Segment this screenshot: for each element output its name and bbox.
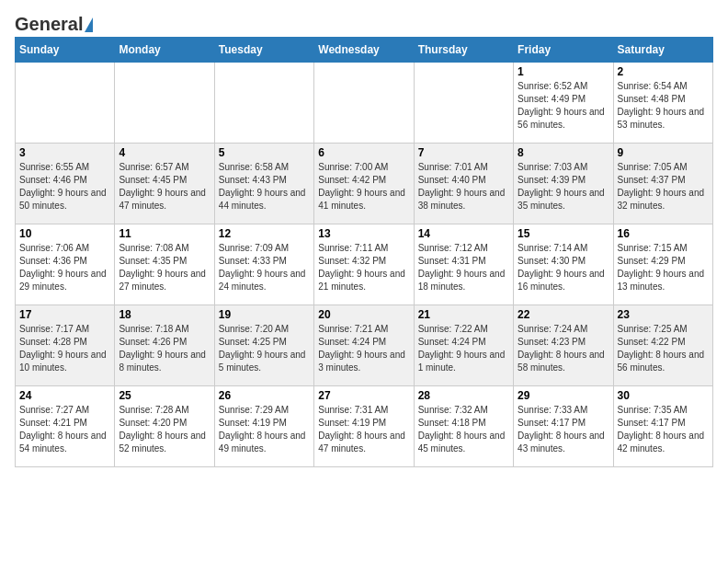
logo-triangle-icon <box>85 17 93 32</box>
calendar-cell <box>16 63 115 144</box>
day-info: Sunrise: 6:52 AM Sunset: 4:49 PM Dayligh… <box>518 80 609 132</box>
day-header: Monday <box>115 38 214 63</box>
day-number: 23 <box>618 308 709 321</box>
day-number: 21 <box>418 308 509 321</box>
calendar-table: SundayMondayTuesdayWednesdayThursdayFrid… <box>15 37 713 467</box>
day-number: 15 <box>518 227 609 240</box>
day-info: Sunrise: 7:05 AM Sunset: 4:37 PM Dayligh… <box>618 161 709 213</box>
day-number: 8 <box>518 146 609 159</box>
calendar-cell: 5Sunrise: 6:58 AM Sunset: 4:43 PM Daylig… <box>214 144 313 224</box>
day-number: 1 <box>518 65 609 78</box>
day-number: 19 <box>219 308 310 321</box>
day-info: Sunrise: 7:15 AM Sunset: 4:29 PM Dayligh… <box>618 242 709 293</box>
day-number: 16 <box>618 227 709 240</box>
day-info: Sunrise: 7:33 AM Sunset: 4:17 PM Dayligh… <box>518 404 609 455</box>
day-number: 30 <box>618 389 709 402</box>
calendar-cell: 28Sunrise: 7:32 AM Sunset: 4:18 PM Dayli… <box>414 386 513 467</box>
day-info: Sunrise: 7:12 AM Sunset: 4:31 PM Dayligh… <box>418 242 509 293</box>
day-number: 11 <box>119 227 210 240</box>
calendar-cell: 10Sunrise: 7:06 AM Sunset: 4:36 PM Dayli… <box>16 224 115 305</box>
calendar-cell <box>214 63 313 144</box>
day-number: 18 <box>119 308 210 321</box>
calendar-cell: 4Sunrise: 6:57 AM Sunset: 4:45 PM Daylig… <box>115 144 214 224</box>
calendar-cell: 14Sunrise: 7:12 AM Sunset: 4:31 PM Dayli… <box>414 224 513 305</box>
day-info: Sunrise: 6:54 AM Sunset: 4:48 PM Dayligh… <box>618 80 709 132</box>
day-number: 9 <box>618 146 709 159</box>
day-info: Sunrise: 7:18 AM Sunset: 4:26 PM Dayligh… <box>119 323 210 374</box>
day-number: 25 <box>119 389 210 402</box>
calendar-cell: 26Sunrise: 7:29 AM Sunset: 4:19 PM Dayli… <box>214 386 313 467</box>
calendar-cell: 1Sunrise: 6:52 AM Sunset: 4:49 PM Daylig… <box>514 63 613 144</box>
calendar-cell: 12Sunrise: 7:09 AM Sunset: 4:33 PM Dayli… <box>214 224 313 305</box>
day-info: Sunrise: 7:32 AM Sunset: 4:18 PM Dayligh… <box>418 404 509 455</box>
day-info: Sunrise: 7:06 AM Sunset: 4:36 PM Dayligh… <box>19 242 110 293</box>
day-info: Sunrise: 7:20 AM Sunset: 4:25 PM Dayligh… <box>219 323 310 374</box>
day-number: 4 <box>119 146 210 159</box>
logo: General <box>15 15 93 31</box>
day-info: Sunrise: 7:35 AM Sunset: 4:17 PM Dayligh… <box>618 404 709 455</box>
calendar-cell: 11Sunrise: 7:08 AM Sunset: 4:35 PM Dayli… <box>115 224 214 305</box>
calendar-cell: 7Sunrise: 7:01 AM Sunset: 4:40 PM Daylig… <box>414 144 513 224</box>
calendar-cell: 8Sunrise: 7:03 AM Sunset: 4:39 PM Daylig… <box>514 144 613 224</box>
day-number: 6 <box>318 146 409 159</box>
day-header: Tuesday <box>214 38 313 63</box>
day-number: 14 <box>418 227 509 240</box>
day-info: Sunrise: 7:29 AM Sunset: 4:19 PM Dayligh… <box>219 404 310 455</box>
day-info: Sunrise: 7:01 AM Sunset: 4:40 PM Dayligh… <box>418 161 509 213</box>
day-info: Sunrise: 7:08 AM Sunset: 4:35 PM Dayligh… <box>119 242 210 293</box>
day-info: Sunrise: 7:21 AM Sunset: 4:24 PM Dayligh… <box>318 323 409 374</box>
day-number: 3 <box>19 146 110 159</box>
day-number: 20 <box>318 308 409 321</box>
day-number: 12 <box>219 227 310 240</box>
day-info: Sunrise: 7:28 AM Sunset: 4:20 PM Dayligh… <box>119 404 210 455</box>
day-info: Sunrise: 7:14 AM Sunset: 4:30 PM Dayligh… <box>518 242 609 293</box>
calendar-cell: 9Sunrise: 7:05 AM Sunset: 4:37 PM Daylig… <box>613 144 712 224</box>
day-info: Sunrise: 7:31 AM Sunset: 4:19 PM Dayligh… <box>318 404 409 455</box>
calendar-cell: 21Sunrise: 7:22 AM Sunset: 4:24 PM Dayli… <box>414 305 513 386</box>
day-number: 13 <box>318 227 409 240</box>
calendar-cell: 27Sunrise: 7:31 AM Sunset: 4:19 PM Dayli… <box>314 386 414 467</box>
logo-general: General <box>15 15 83 33</box>
calendar-cell: 19Sunrise: 7:20 AM Sunset: 4:25 PM Dayli… <box>214 305 313 386</box>
calendar-cell: 16Sunrise: 7:15 AM Sunset: 4:29 PM Dayli… <box>613 224 712 305</box>
day-info: Sunrise: 7:11 AM Sunset: 4:32 PM Dayligh… <box>318 242 409 293</box>
day-number: 24 <box>19 389 110 402</box>
calendar-cell: 29Sunrise: 7:33 AM Sunset: 4:17 PM Dayli… <box>514 386 613 467</box>
calendar-cell: 15Sunrise: 7:14 AM Sunset: 4:30 PM Dayli… <box>514 224 613 305</box>
day-number: 2 <box>618 65 709 78</box>
calendar-cell: 20Sunrise: 7:21 AM Sunset: 4:24 PM Dayli… <box>314 305 414 386</box>
day-info: Sunrise: 6:57 AM Sunset: 4:45 PM Dayligh… <box>119 161 210 213</box>
calendar-cell: 25Sunrise: 7:28 AM Sunset: 4:20 PM Dayli… <box>115 386 214 467</box>
day-info: Sunrise: 7:03 AM Sunset: 4:39 PM Dayligh… <box>518 161 609 213</box>
day-info: Sunrise: 7:24 AM Sunset: 4:23 PM Dayligh… <box>518 323 609 374</box>
day-number: 29 <box>518 389 609 402</box>
day-number: 27 <box>318 389 409 402</box>
day-number: 22 <box>518 308 609 321</box>
calendar-cell: 17Sunrise: 7:17 AM Sunset: 4:28 PM Dayli… <box>16 305 115 386</box>
day-info: Sunrise: 7:25 AM Sunset: 4:22 PM Dayligh… <box>618 323 709 374</box>
calendar-cell: 2Sunrise: 6:54 AM Sunset: 4:48 PM Daylig… <box>613 63 712 144</box>
day-header: Thursday <box>414 38 513 63</box>
calendar-cell <box>115 63 214 144</box>
calendar-cell: 24Sunrise: 7:27 AM Sunset: 4:21 PM Dayli… <box>16 386 115 467</box>
day-header: Friday <box>514 38 613 63</box>
calendar-cell: 13Sunrise: 7:11 AM Sunset: 4:32 PM Dayli… <box>314 224 414 305</box>
calendar-cell: 18Sunrise: 7:18 AM Sunset: 4:26 PM Dayli… <box>115 305 214 386</box>
day-info: Sunrise: 6:55 AM Sunset: 4:46 PM Dayligh… <box>19 161 110 213</box>
day-number: 7 <box>418 146 509 159</box>
day-info: Sunrise: 6:58 AM Sunset: 4:43 PM Dayligh… <box>219 161 310 213</box>
day-number: 26 <box>219 389 310 402</box>
day-info: Sunrise: 7:09 AM Sunset: 4:33 PM Dayligh… <box>219 242 310 293</box>
day-header: Sunday <box>16 38 115 63</box>
calendar-cell: 30Sunrise: 7:35 AM Sunset: 4:17 PM Dayli… <box>613 386 712 467</box>
calendar-cell: 6Sunrise: 7:00 AM Sunset: 4:42 PM Daylig… <box>314 144 414 224</box>
day-number: 28 <box>418 389 509 402</box>
calendar-cell: 3Sunrise: 6:55 AM Sunset: 4:46 PM Daylig… <box>16 144 115 224</box>
day-info: Sunrise: 7:00 AM Sunset: 4:42 PM Dayligh… <box>318 161 409 213</box>
calendar-cell <box>414 63 513 144</box>
calendar-cell: 23Sunrise: 7:25 AM Sunset: 4:22 PM Dayli… <box>613 305 712 386</box>
calendar-cell: 22Sunrise: 7:24 AM Sunset: 4:23 PM Dayli… <box>514 305 613 386</box>
day-number: 17 <box>19 308 110 321</box>
day-info: Sunrise: 7:22 AM Sunset: 4:24 PM Dayligh… <box>418 323 509 374</box>
day-info: Sunrise: 7:17 AM Sunset: 4:28 PM Dayligh… <box>19 323 110 374</box>
